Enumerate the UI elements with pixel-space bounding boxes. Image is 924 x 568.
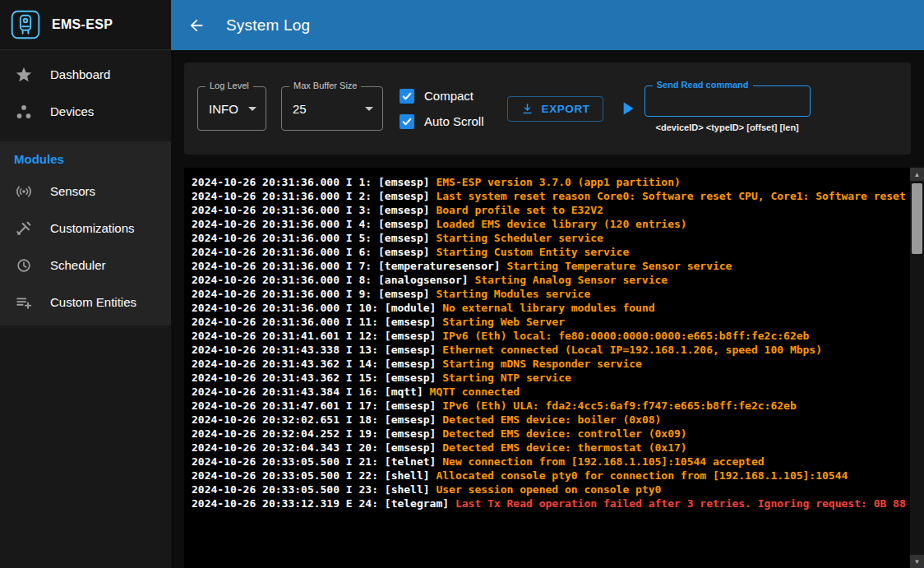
max-buffer-value: 25 xyxy=(293,102,307,116)
sidebar-item-scheduler[interactable]: Scheduler xyxy=(0,247,171,284)
checkbox-group: Compact Auto Scroll xyxy=(400,89,484,129)
log-line-message: New connection from [192.168.1.105]:1054… xyxy=(442,455,764,468)
send-command-group: Send Read command <deviceID> <typeID> [o… xyxy=(644,85,811,132)
log-line-head: 2024-10-26 20:31:36.000 I 8: [analogsens… xyxy=(192,274,474,286)
back-button[interactable] xyxy=(187,16,206,35)
log-level-select[interactable]: Log Level INFO xyxy=(197,86,266,131)
log-line-head: 2024-10-26 20:32:04.252 I 19: [emsesp] xyxy=(192,427,442,440)
send-command-label: Send Read command xyxy=(653,80,753,90)
export-button[interactable]: EXPORT xyxy=(507,96,603,122)
scroll-down-icon[interactable]: ▼ xyxy=(910,555,924,568)
log-line-message: Last system reset reason Core0: Software… xyxy=(436,190,905,202)
log-scrollbar[interactable]: ▲ ▼ xyxy=(910,168,924,568)
playlist-add-icon xyxy=(14,293,34,312)
log-line-head: 2024-10-26 20:31:36.000 I 7: [temperatur… xyxy=(192,260,507,272)
log-line: 2024-10-26 20:31:36.000 I 10: [module] N… xyxy=(192,301,924,315)
log-line: 2024-10-26 20:32:04.343 I 20: [emsesp] D… xyxy=(192,441,924,455)
export-button-label: EXPORT xyxy=(542,103,590,115)
checked-checkbox-icon xyxy=(400,114,414,129)
log-line: 2024-10-26 20:33:05.500 I 23: [shell] Us… xyxy=(192,483,924,496)
log-line-message: Starting Modules service xyxy=(436,288,590,300)
log-line: 2024-10-26 20:31:43.338 I 13: [emsesp] E… xyxy=(192,343,924,357)
app-title: EMS-ESP xyxy=(52,17,113,32)
sidebar-item-customizations[interactable]: Customizations xyxy=(0,210,171,247)
log-line: 2024-10-26 20:32:02.651 I 18: [emsesp] D… xyxy=(192,413,924,427)
star-icon xyxy=(14,65,34,85)
log-line-head: 2024-10-26 20:32:04.343 I 20: [emsesp] xyxy=(192,441,442,454)
log-line-message: IPv6 (Eth) ULA: fda2:4cc5:6af9:f747:e665… xyxy=(442,399,796,412)
log-line-head: 2024-10-26 20:31:43.362 I 15: [emsesp] xyxy=(192,372,442,384)
sidebar-item-label: Customizations xyxy=(50,221,135,235)
log-line-message: User session opened on console pty0 xyxy=(436,483,661,496)
sidebar-item-custom-entities[interactable]: Custom Entities xyxy=(0,284,171,321)
log-line-message: Starting Temperature Sensor service xyxy=(507,260,732,272)
log-line-message: Last Tx Read operation failed after 3 re… xyxy=(455,497,906,510)
log-line-head: 2024-10-26 20:33:05.500 I 23: [shell] xyxy=(192,483,436,496)
log-line-message: Starting Web Server xyxy=(442,316,565,328)
log-line: 2024-10-26 20:31:36.000 I 6: [emsesp] St… xyxy=(192,245,924,259)
send-command-button[interactable] xyxy=(617,98,638,119)
check-icon xyxy=(401,116,413,127)
log-line-head: 2024-10-26 20:31:41.601 I 12: [emsesp] xyxy=(192,330,442,342)
log-line: 2024-10-26 20:33:05.500 I 21: [telnet] N… xyxy=(192,455,924,469)
send-command-helper-text: <deviceID> <typeID> [offset] [len] xyxy=(656,122,799,132)
log-line-message: Ethernet connected (Local IP=192.168.1.2… xyxy=(442,344,822,356)
log-line-message: Starting Scheduler service xyxy=(436,232,603,244)
checked-checkbox-icon xyxy=(400,89,414,104)
log-level-label: Log Level xyxy=(206,81,253,90)
log-line-message: Detected EMS device: thermostat (0x17) xyxy=(442,441,686,454)
log-line-head: 2024-10-26 20:31:43.338 I 13: [emsesp] xyxy=(192,344,442,356)
log-line: 2024-10-26 20:31:36.000 I 3: [emsesp] Bo… xyxy=(192,203,924,217)
sidebar-item-label: Sensors xyxy=(50,184,95,198)
log-line: 2024-10-26 20:31:36.000 I 4: [emsesp] Lo… xyxy=(192,217,924,231)
log-line: 2024-10-26 20:31:36.000 I 11: [emsesp] S… xyxy=(192,315,924,329)
sidebar-item-devices[interactable]: Devices xyxy=(0,93,171,130)
log-line: 2024-10-26 20:33:12.319 E 24: [telegram]… xyxy=(192,496,924,510)
send-command-input[interactable] xyxy=(645,86,810,116)
log-line-head: 2024-10-26 20:31:36.000 I 1: [emsesp] xyxy=(192,176,436,188)
autoscroll-checkbox[interactable]: Auto Scroll xyxy=(400,114,484,129)
download-icon xyxy=(520,102,534,116)
scrollbar-thumb[interactable] xyxy=(912,183,922,254)
log-view[interactable]: 2024-10-26 20:31:36.000 I 1: [emsesp] EM… xyxy=(184,168,924,568)
log-line-head: 2024-10-26 20:31:43.384 I 16: [mqtt] xyxy=(192,386,430,398)
log-line-message: IPv6 (Eth) local: fe80:0000:0000:0000:e6… xyxy=(442,330,809,342)
sidebar-item-dashboard[interactable]: Dashboard xyxy=(0,56,171,93)
sidebar-modules-nav: SensorsCustomizationsSchedulerCustom Ent… xyxy=(0,173,171,321)
log-line-message: No external library modules found xyxy=(442,302,654,314)
max-buffer-label: Max Buffer Size xyxy=(289,81,361,90)
log-line: 2024-10-26 20:31:36.000 I 2: [emsesp] La… xyxy=(192,189,924,203)
log-line-message: Starting NTP service xyxy=(442,372,571,384)
sidebar-item-sensors[interactable]: Sensors xyxy=(0,173,171,210)
log-line-head: 2024-10-26 20:31:36.000 I 4: [emsesp] xyxy=(192,218,436,230)
sensors-icon xyxy=(14,182,34,201)
sidebar-modules-block: Modules SensorsCustomizationsSchedulerCu… xyxy=(0,141,171,326)
log-line-head: 2024-10-26 20:32:02.651 I 18: [emsesp] xyxy=(192,413,442,426)
log-line: 2024-10-26 20:31:47.601 I 17: [emsesp] I… xyxy=(192,399,924,413)
compact-checkbox[interactable]: Compact xyxy=(400,89,484,104)
sidebar-item-label: Scheduler xyxy=(50,258,106,272)
log-line-message: Allocated console pty0 for connection fr… xyxy=(436,469,848,482)
max-buffer-select[interactable]: Max Buffer Size 25 xyxy=(281,86,383,131)
log-line-head: 2024-10-26 20:31:47.601 I 17: [emsesp] xyxy=(192,399,442,412)
log-line-message: EMS-ESP version 3.7.0 (app1 partition) xyxy=(436,176,680,188)
log-line-message: Starting Analog Sensor service xyxy=(474,274,668,286)
check-icon xyxy=(401,90,413,102)
log-line-message: Detected EMS device: boiler (0x08) xyxy=(442,413,661,426)
log-line: 2024-10-26 20:33:05.500 I 22: [shell] Al… xyxy=(192,469,924,483)
page-title: System Log xyxy=(226,16,310,35)
log-line: 2024-10-26 20:31:43.362 I 14: [emsesp] S… xyxy=(192,357,924,371)
chevron-down-icon xyxy=(248,107,256,111)
log-line-head: 2024-10-26 20:33:05.500 I 21: [telnet] xyxy=(192,455,442,468)
chevron-down-icon xyxy=(365,107,373,111)
log-line-head: 2024-10-26 20:33:12.319 E 24: [telegram] xyxy=(192,497,455,510)
log-line-head: 2024-10-26 20:31:36.000 I 6: [emsesp] xyxy=(192,246,436,258)
sidebar-item-label: Dashboard xyxy=(50,67,110,81)
play-icon xyxy=(617,98,638,119)
scroll-up-icon[interactable]: ▲ xyxy=(910,168,924,181)
arrow-back-icon xyxy=(187,16,206,35)
log-line: 2024-10-26 20:31:36.000 I 8: [analogsens… xyxy=(192,273,924,287)
construction-icon xyxy=(14,219,34,238)
log-line-head: 2024-10-26 20:31:36.000 I 11: [emsesp] xyxy=(192,316,442,328)
log-line-head: 2024-10-26 20:31:36.000 I 5: [emsesp] xyxy=(192,232,436,244)
